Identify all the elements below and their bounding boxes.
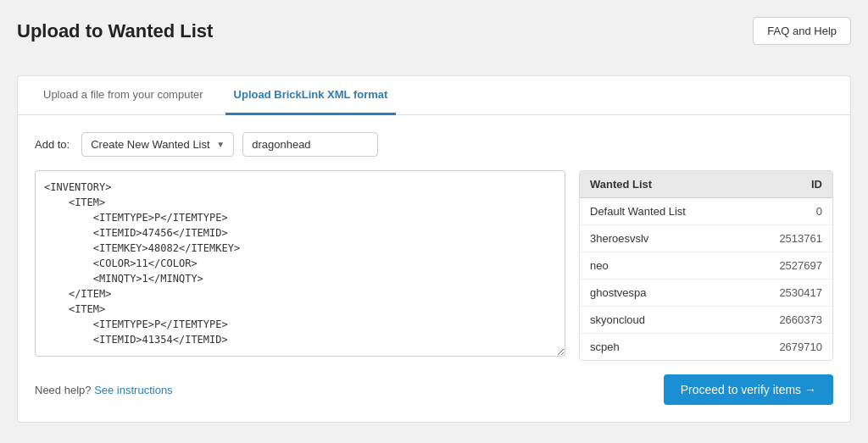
tab-file-upload[interactable]: Upload a file from your computer <box>35 76 212 115</box>
dropdown-label: Create New Wanted List <box>91 138 209 151</box>
xml-textarea[interactable] <box>35 170 565 357</box>
add-to-label: Add to: <box>35 138 70 151</box>
table-row[interactable]: ghostvespa 2530417 <box>580 280 832 307</box>
table-body: Default Wanted List 0 3heroesvslv 251376… <box>580 198 832 360</box>
col-name-header: Wanted List <box>590 178 763 191</box>
row-name: 3heroesvslv <box>590 232 763 245</box>
table-row[interactable]: scpeh 2679710 <box>580 334 832 360</box>
proceed-button[interactable]: Proceed to verify items → <box>664 374 833 405</box>
row-name: neo <box>590 259 763 272</box>
faq-button[interactable]: FAQ and Help <box>753 17 851 45</box>
wanted-list-table: Wanted List ID Default Wanted List 0 3he… <box>579 170 833 361</box>
row-name: scpeh <box>590 341 763 353</box>
table-row[interactable]: 3heroesvslv 2513761 <box>580 225 832 252</box>
add-to-dropdown[interactable]: Create New Wanted List ▼ <box>81 132 234 157</box>
row-id: 2527697 <box>763 259 822 272</box>
row-id: 2513761 <box>763 232 822 245</box>
row-name: skyoncloud <box>590 313 763 326</box>
row-id: 2679710 <box>763 341 822 353</box>
list-name-input[interactable] <box>242 132 378 157</box>
row-id: 2530417 <box>763 286 822 299</box>
help-text: Need help? See instructions <box>35 384 173 396</box>
row-name: Default Wanted List <box>590 205 763 218</box>
table-row[interactable]: neo 2527697 <box>580 252 832 280</box>
col-id-header: ID <box>763 178 822 191</box>
table-header: Wanted List ID <box>580 171 832 198</box>
tab-bar: Upload a file from your computer Upload … <box>18 76 850 115</box>
see-instructions-link[interactable]: See instructions <box>94 384 173 396</box>
tab-xml-upload[interactable]: Upload BrickLink XML format <box>225 76 397 115</box>
row-id: 0 <box>763 205 822 218</box>
row-name: ghostvespa <box>590 286 763 299</box>
row-id: 2660373 <box>763 313 822 326</box>
table-row[interactable]: Default Wanted List 0 <box>580 198 832 225</box>
table-row[interactable]: skyoncloud 2660373 <box>580 307 832 334</box>
page-title: Upload to Wanted List <box>17 20 213 42</box>
dropdown-arrow-icon: ▼ <box>216 140 225 149</box>
